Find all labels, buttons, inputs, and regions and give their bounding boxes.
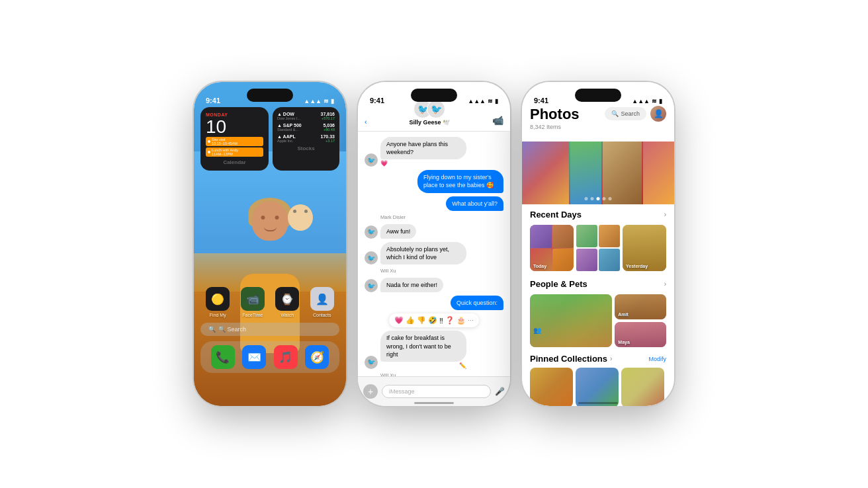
music-icon: 🎵 bbox=[274, 345, 298, 369]
phone-icon: 📞 bbox=[211, 345, 235, 369]
facetime-label: FaceTime bbox=[242, 313, 263, 317]
recent-days-chevron[interactable]: › bbox=[664, 211, 666, 218]
phone-messages: 9:41 ▲▲▲ ≋ ▮ ‹ 🐦 🐦 Silly Geese 🕊️ 📹 bbox=[358, 82, 510, 406]
msg-bubble-8: If cake for breakfast is wrong, I don't … bbox=[380, 331, 466, 361]
app-facetime[interactable]: 📹 FaceTime bbox=[241, 287, 265, 317]
pinned-item-1[interactable] bbox=[530, 368, 573, 406]
app-find-my[interactable]: 🟡 Find My bbox=[206, 287, 230, 317]
imessage-input[interactable]: iMessage bbox=[382, 385, 491, 398]
photos-search-button[interactable]: 🔍 Search bbox=[605, 107, 646, 120]
wifi-icon: ≋ bbox=[324, 98, 329, 104]
contacts-icon: 👤 bbox=[310, 287, 334, 311]
photos-body: Recent Days › Today bbox=[522, 142, 674, 406]
wifi-icon-3: ≋ bbox=[652, 98, 657, 104]
stock-aapl-val: 170.33 bbox=[321, 134, 335, 139]
msg-bubble-4: Aww fun! bbox=[380, 224, 416, 239]
spotlight-search[interactable]: 🔍 🔍 Search bbox=[200, 323, 339, 336]
modify-button[interactable]: Modify bbox=[648, 356, 666, 362]
react-more[interactable]: ⋯ bbox=[468, 317, 474, 324]
home-indicator-3 bbox=[578, 402, 618, 404]
search-label: 🔍 Search bbox=[218, 326, 246, 333]
dock-phone[interactable]: 📞 bbox=[211, 345, 235, 369]
messages-screen: 9:41 ▲▲▲ ≋ ▮ ‹ 🐦 🐦 Silly Geese 🕊️ 📹 bbox=[358, 82, 510, 406]
msg-row-7: Quick question: bbox=[365, 296, 503, 310]
people-pets-chevron[interactable]: › bbox=[664, 280, 666, 288]
dock-compass[interactable]: 🧭 bbox=[305, 345, 329, 369]
react-cake[interactable]: 🎂 bbox=[456, 316, 466, 325]
app-contacts[interactable]: 👤 Contacts bbox=[310, 287, 334, 317]
people-thumb-maya[interactable]: Maya bbox=[615, 322, 666, 347]
msg-bubble-1: Anyone have plans this weekend? bbox=[380, 137, 466, 159]
widget-area: MONDAY 10 Site visit10:15–10:45AM Lunch … bbox=[200, 107, 339, 171]
react-thumbsdown[interactable]: 👎 bbox=[417, 316, 426, 325]
pinned-chevron[interactable]: › bbox=[610, 355, 612, 362]
status-time-messages: 9:41 bbox=[370, 97, 384, 104]
homescreen-screen: 9:41 ▲▲▲ ≋ ▮ MONDAY 10 Site visit10:15–1… bbox=[194, 82, 346, 406]
sender-label-mark: Mark Disler bbox=[380, 214, 503, 220]
recent-today[interactable]: Today bbox=[530, 225, 574, 271]
phone-notch-3 bbox=[575, 89, 621, 102]
messages-body: 🐦 Anyone have plans this weekend? 💗 Flyi… bbox=[358, 132, 510, 376]
featured-dots bbox=[585, 197, 612, 200]
pinned-header: Pinned Collections › Modify bbox=[530, 354, 666, 364]
recent-days-section: Recent Days › Today bbox=[522, 204, 674, 274]
sender-avatar-1: 🐦 bbox=[365, 153, 378, 167]
stock-dow-val: 37,816 bbox=[321, 112, 335, 116]
group-name: Silly Geese 🕊️ bbox=[410, 119, 451, 126]
mail-icon: ✉️ bbox=[242, 345, 266, 369]
pinned-item-3[interactable] bbox=[621, 368, 664, 406]
cal-date: 10 bbox=[206, 118, 263, 136]
react-exclaim[interactable]: ‼️ bbox=[439, 317, 443, 325]
reaction-picker[interactable]: 💗 👍 👎 🤣 ‼️ ❓ 🎂 ⋯ bbox=[389, 313, 479, 327]
msg-row-5: 🐦 Absolutely no plans yet, which I kind … bbox=[365, 242, 503, 264]
battery-icon-3: ▮ bbox=[659, 98, 662, 104]
recent-days-grid: Today Yesterday bbox=[530, 225, 666, 271]
recent-days-title: Recent Days bbox=[530, 210, 582, 220]
photos-user-avatar[interactable]: 👤 bbox=[650, 106, 666, 122]
search-label-photos: Search bbox=[621, 110, 640, 117]
people-thumb-amit[interactable]: Amit bbox=[615, 294, 666, 319]
watch-icon: ⌚ bbox=[275, 287, 299, 311]
find-my-label: Find My bbox=[210, 313, 226, 317]
imessage-placeholder: iMessage bbox=[389, 388, 415, 395]
pinned-title: Pinned Collections bbox=[530, 354, 607, 364]
mic-icon[interactable]: 🎤 bbox=[495, 387, 505, 396]
facetime-icon: 📹 bbox=[241, 287, 265, 311]
stocks-widget[interactable]: ▲ DOW Dow Jones I... 37,816 +570.17 ▲ S&… bbox=[273, 107, 339, 171]
pinned-item-2[interactable] bbox=[576, 368, 619, 406]
people-thumb-group[interactable]: 👥 bbox=[530, 294, 612, 347]
recent-yesterday[interactable]: Yesterday bbox=[623, 225, 666, 271]
stock-aapl-change: +3.17 bbox=[321, 139, 335, 143]
dock-mail[interactable]: ✉️ bbox=[242, 345, 266, 369]
cal-event-1: Site visit10:15–10:45AM bbox=[206, 137, 263, 146]
photos-title: Photos bbox=[530, 106, 580, 123]
group-icon: 👥 bbox=[533, 327, 541, 334]
stock-dow-sub: Dow Jones I... bbox=[277, 116, 300, 120]
stock-row-sp: ▲ S&P 500 Standard &... 5,036 +80.48 bbox=[277, 123, 335, 132]
compose-plus-button[interactable]: + bbox=[363, 384, 378, 399]
dot-1 bbox=[585, 197, 588, 200]
react-question[interactable]: ❓ bbox=[445, 316, 455, 325]
react-laugh[interactable]: 🤣 bbox=[428, 316, 437, 325]
msg-row-8: 🐦 If cake for breakfast is wrong, I don'… bbox=[365, 331, 503, 368]
app-watch[interactable]: ⌚ Watch bbox=[275, 287, 299, 317]
find-my-icon: 🟡 bbox=[206, 287, 230, 311]
msg-row-3: What about y'all? bbox=[365, 196, 503, 211]
photos-screen: 9:41 ▲▲▲ ≋ ▮ Photos 8,342 Items 🔍 Search bbox=[522, 82, 674, 406]
react-heart[interactable]: 💗 bbox=[394, 316, 404, 325]
today-label: Today bbox=[533, 264, 546, 268]
photos-count: 8,342 Items bbox=[530, 124, 580, 130]
cal-event-2: Lunch with Andy11AM–12PM bbox=[206, 147, 263, 157]
stock-sp-sub: Standard &... bbox=[277, 128, 302, 132]
stock-sp-change: +80.48 bbox=[323, 128, 335, 132]
msg-row-1: 🐦 Anyone have plans this weekend? 💗 bbox=[365, 137, 503, 167]
recent-days-header: Recent Days › bbox=[530, 210, 666, 220]
battery-icon: ▮ bbox=[331, 98, 334, 104]
dock-music[interactable]: 🎵 bbox=[274, 345, 298, 369]
watch-label: Watch bbox=[281, 313, 294, 317]
recent-multi[interactable] bbox=[576, 225, 620, 271]
video-call-button[interactable]: 📹 bbox=[492, 115, 503, 126]
react-thumbsup[interactable]: 👍 bbox=[406, 316, 415, 325]
calendar-widget[interactable]: MONDAY 10 Site visit10:15–10:45AM Lunch … bbox=[200, 107, 269, 171]
status-icons-messages: ▲▲▲ ≋ ▮ bbox=[468, 98, 498, 104]
